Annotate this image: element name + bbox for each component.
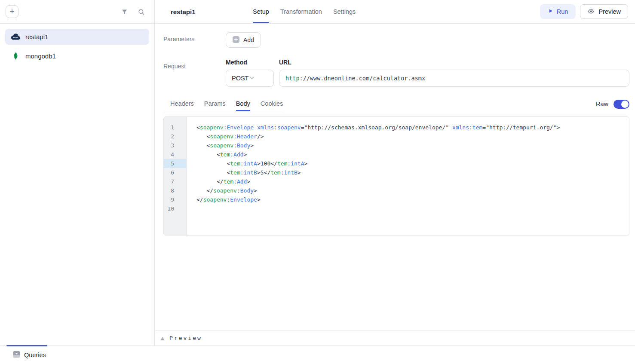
page-title: restapi1: [171, 8, 196, 15]
line-number: 4: [164, 150, 186, 159]
raw-label: Raw: [596, 101, 608, 107]
code-line: [196, 204, 626, 213]
parameters-label: Parameters: [163, 32, 226, 48]
raw-toggle[interactable]: [614, 100, 629, 109]
chevron-up-icon: [160, 334, 165, 342]
code-line: </tem:Add>: [196, 177, 626, 186]
code-line: <tem:Add>: [196, 150, 626, 159]
body-tab-cookies[interactable]: Cookies: [261, 98, 283, 111]
code-line: <tem:intA>100</tem:intA>: [196, 159, 626, 168]
code-editor[interactable]: 12345678910 <soapenv:Envelope xmlns:soap…: [163, 116, 629, 236]
plus-square-icon: [233, 36, 239, 44]
code-line: <tem:intB>5</tem:intB>: [196, 168, 626, 177]
sidebar-item-mongodb1[interactable]: mongodb1: [5, 48, 149, 64]
body-tab-body[interactable]: Body: [236, 98, 250, 111]
url-input[interactable]: http://www.dneonline.com/calculator.asmx: [279, 70, 629, 87]
preview-expander[interactable]: Preview: [155, 330, 635, 346]
sidebar-toolbar: +: [0, 0, 154, 24]
svg-text:REST: REST: [13, 37, 18, 39]
editor-code[interactable]: <soapenv:Envelope xmlns:soapenv="http://…: [187, 117, 629, 235]
method-select[interactable]: POST: [226, 70, 274, 87]
tab-settings[interactable]: Settings: [333, 0, 356, 23]
preview-button[interactable]: Preview: [580, 4, 628, 19]
query-list: RESTrestapi1mongodb1: [0, 24, 154, 73]
queries-icon: [13, 351, 20, 359]
code-line: <soapenv:Header/>: [196, 132, 626, 141]
sidebar: + RESTrestapi1mongodb1: [0, 0, 155, 346]
body-tab-headers[interactable]: Headers: [170, 98, 194, 111]
line-number: 8: [164, 186, 186, 195]
sidebar-item-label: restapi1: [25, 33, 48, 40]
preview-panel-label: Preview: [169, 335, 202, 341]
tab-transformation[interactable]: Transformation: [280, 0, 322, 23]
rest-api-icon: REST: [10, 33, 21, 40]
main-panel: restapi1 SetupTransformationSettings Run…: [155, 0, 635, 346]
code-line: </soapenv:Body>: [196, 186, 626, 195]
line-number: 9: [164, 195, 186, 204]
run-button[interactable]: Run: [540, 4, 576, 19]
line-number: 1: [164, 123, 186, 132]
filter-icon[interactable]: [121, 8, 128, 15]
line-number: 10: [164, 204, 186, 213]
add-query-button[interactable]: +: [6, 5, 18, 18]
sidebar-item-restapi1[interactable]: RESTrestapi1: [5, 29, 149, 45]
search-icon[interactable]: [138, 8, 145, 15]
tab-setup[interactable]: Setup: [253, 0, 269, 23]
line-number: 3: [164, 141, 186, 150]
code-line: </soapenv:Envelope>: [196, 195, 626, 204]
body-tab-params[interactable]: Params: [204, 98, 226, 111]
request-label: Request: [163, 59, 226, 87]
add-parameter-button[interactable]: Add: [226, 32, 261, 48]
body-tabs: HeadersParamsBodyCookies: [163, 98, 285, 111]
line-number: 7: [164, 177, 186, 186]
code-line: <soapenv:Envelope xmlns:soapenv="http://…: [196, 123, 626, 132]
header-tabs: SetupTransformationSettings: [253, 0, 356, 23]
line-number: 2: [164, 132, 186, 141]
chevron-down-icon: [248, 74, 255, 83]
url-label: URL: [279, 59, 629, 66]
code-line: <soapenv:Body>: [196, 141, 626, 150]
queries-tab[interactable]: Queries: [13, 346, 46, 364]
setup-panel: Parameters Add Request Method POST: [155, 24, 635, 236]
editor-gutter: 12345678910: [164, 117, 187, 235]
line-number: 6: [164, 168, 186, 177]
app-window: + RESTrestapi1mongodb1 restapi1 SetupTra…: [0, 0, 635, 364]
line-number: 5: [164, 159, 186, 168]
sidebar-item-label: mongodb1: [25, 52, 56, 60]
method-label: Method: [226, 59, 274, 66]
topbar: restapi1 SetupTransformationSettings Run…: [155, 0, 635, 24]
bottom-bar: Queries: [0, 346, 635, 364]
eye-icon: [587, 7, 595, 16]
play-icon: [548, 8, 553, 15]
mongodb-icon: [10, 52, 21, 61]
